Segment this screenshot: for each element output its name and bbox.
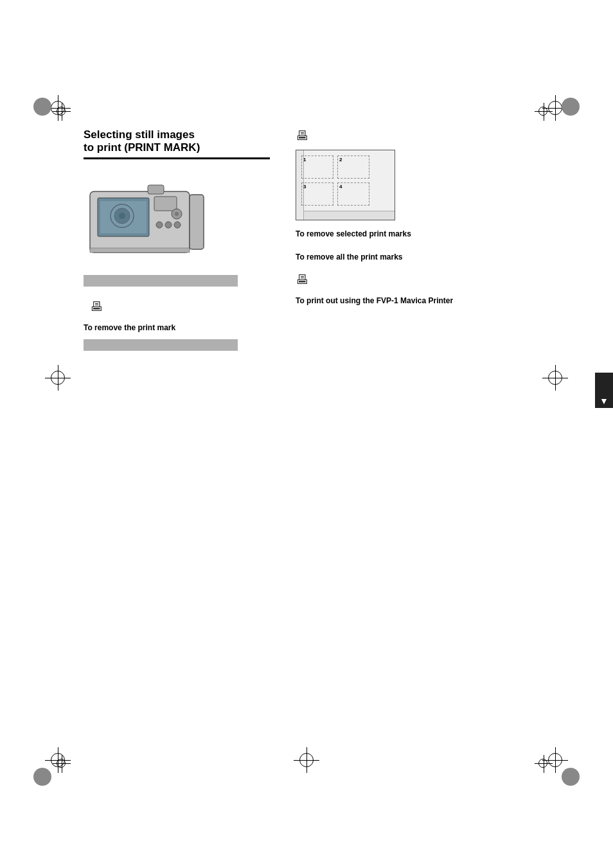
main-content: Selecting still images to print (PRINT M…: [84, 128, 529, 740]
remove-selected-heading: To remove selected print marks: [296, 229, 529, 240]
remove-print-mark-heading: To remove the print mark: [84, 323, 270, 333]
svg-rect-3: [154, 197, 177, 211]
reg-mark-top-right-2: [535, 103, 560, 128]
bleed-circle-top-left: [33, 98, 51, 116]
right-column: 🖶 1 2 3 4 To remove select: [296, 128, 529, 309]
bleed-circle-bottom-left: [33, 768, 51, 786]
gray-bar-left-2: [84, 339, 238, 351]
bleed-circle-bottom-right: [562, 768, 580, 786]
svg-point-4: [156, 222, 163, 228]
reg-mark-middle-left: [45, 365, 71, 391]
screen-thumbnail: 1 2 3 4: [296, 150, 395, 220]
camera-illustration: [84, 179, 225, 269]
svg-rect-9: [148, 185, 164, 194]
print-mark-icon-left: 🖶: [90, 299, 270, 314]
print-mark-icon-right-bottom: 🖶: [296, 272, 529, 287]
svg-point-8: [175, 212, 179, 216]
svg-point-5: [165, 222, 172, 228]
gray-bar-left-1: [84, 275, 238, 287]
reg-mark-top-left-2: [53, 103, 78, 128]
remove-all-heading: To remove all the print marks: [296, 252, 529, 263]
reg-mark-bottom-right-2: [535, 755, 560, 781]
arrow-down-icon: ▼: [600, 396, 609, 405]
reg-mark-bottom-center: [294, 747, 319, 773]
svg-rect-10: [190, 195, 204, 249]
thumb-cell-2: 2: [337, 155, 369, 179]
reg-mark-bottom-left-2: [53, 755, 78, 781]
left-column: Selecting still images to print (PRINT M…: [84, 128, 270, 364]
thumb-cell-3: 3: [301, 182, 333, 206]
thumb-cell-4: 4: [337, 182, 369, 206]
svg-rect-14: [90, 248, 190, 252]
thumb-cell-1: 1: [301, 155, 333, 179]
print-fvp-heading: To print out using the FVP-1 Mavica Prin…: [296, 296, 529, 306]
svg-point-13: [119, 213, 125, 219]
page-tab-indicator: ▼: [595, 373, 613, 408]
print-mark-icon-right-top: 🖶: [296, 128, 529, 143]
reg-mark-middle-right: [542, 365, 568, 391]
bleed-circle-top-right: [562, 98, 580, 116]
section-title: Selecting still images to print (PRINT M…: [84, 128, 270, 159]
svg-point-6: [174, 222, 181, 228]
